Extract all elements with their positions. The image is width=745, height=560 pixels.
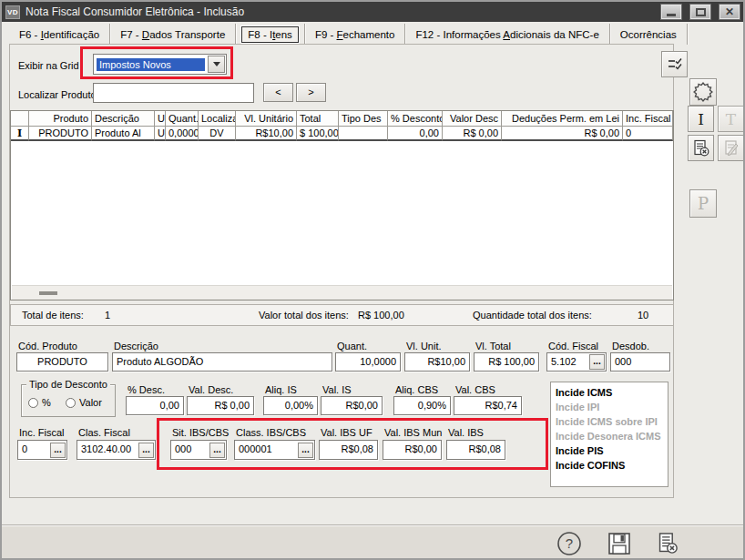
val-ibs-uf-field[interactable]: R$0,08 [319, 440, 378, 460]
val-ibs-field[interactable]: R$0,08 [446, 440, 505, 460]
tab-f12-informa-es-adicionais-da-nfc-e[interactable]: F12 - Informações Adicionais da NFC-e [405, 24, 609, 45]
localizar-produto-input[interactable] [93, 83, 254, 103]
grid-cell-4[interactable]: 0,0000 [166, 127, 199, 141]
quant-field[interactable]: 10,0000 [335, 352, 401, 372]
grid-col-Produto[interactable]: Produto [29, 111, 92, 127]
cancel-document-button[interactable] [654, 530, 681, 557]
clas-fiscal-lookup-button[interactable]: ... [138, 443, 154, 458]
grid-col-Valor Desc[interactable]: Valor Desc [443, 111, 502, 127]
grid-cell-11[interactable]: R$ 0,00 [502, 127, 623, 141]
grid-col-Inc. Fiscal[interactable]: Inc. Fiscal [623, 111, 673, 127]
perc-desc-field[interactable]: 0,00 [126, 396, 184, 415]
val-desc-field[interactable]: R$ 0,00 [187, 396, 254, 415]
grid-options-button[interactable] [661, 51, 688, 77]
promotion-button[interactable] [689, 78, 717, 106]
total-itens-label: Total de itens: [22, 310, 84, 321]
tab-ocorr-ncias[interactable]: Ocorrências [610, 24, 688, 45]
desconto-percent-radio[interactable]: % [28, 397, 51, 408]
tab-bar: F6 - IdentificaçãoF7 - Dados TransporteF… [9, 24, 736, 45]
grid-col-Tipo Des[interactable]: Tipo Des [339, 111, 388, 127]
grid-cell-1[interactable]: PRODUTO [29, 127, 92, 141]
title-bar[interactable]: VD Nota Fiscal Consumidor Eletrônica - I… [2, 2, 743, 22]
valor-total-label: Valor total dos itens: [259, 310, 349, 321]
tab-f9-fechamento[interactable]: F9 - Fechamento [305, 24, 406, 45]
grid-col-Quant.[interactable]: Quant. [166, 111, 199, 127]
incidencias-listbox[interactable]: Incide ICMSIncide IPIIncide ICMS sobre I… [550, 382, 668, 487]
grid-col-% Desconto[interactable]: % Desconto [388, 111, 443, 127]
desconto-valor-radio[interactable]: Valor [66, 397, 102, 408]
sit-ibs-cbs-field[interactable]: 000 ... [170, 440, 227, 460]
val-is-field[interactable]: R$0,00 [321, 396, 383, 415]
close-button[interactable]: ✕ [719, 5, 740, 19]
tab-f7-dados-transporte[interactable]: F7 - Dados Transporte [110, 24, 236, 45]
incidencia-incide-desonera-icms: Incide Desonera ICMS [551, 429, 668, 443]
items-grid[interactable]: ProdutoDescriçãoUQuant.LocalizaçãoVl. Un… [10, 110, 674, 300]
grid-cell-10[interactable]: R$ 0,00 [443, 127, 502, 141]
document-cancel-icon [656, 532, 679, 555]
grid-data-row[interactable]: IPRODUTOProduto AlU0,0000DVR$10,00$ 100,… [11, 127, 673, 141]
grid-col-Total[interactable]: Total [297, 111, 339, 127]
cod-produto-field[interactable]: PRODUTO [16, 352, 108, 372]
grid-col-Deduções Perm. em Lei[interactable]: Deduções Perm. em Lei [502, 111, 623, 127]
inc-fiscal-field[interactable]: 0 ... [17, 440, 67, 460]
aliq-is-field[interactable]: 0,00% [263, 396, 318, 415]
grid-col-U[interactable]: U [155, 111, 166, 127]
chevron-down-icon [213, 62, 220, 66]
grid-cell-5[interactable]: DV [199, 127, 236, 141]
cancel-item-button[interactable] [688, 135, 714, 161]
cod-fiscal-field[interactable]: 5.102 ... [546, 352, 607, 372]
grid-col-Vl. Unitário[interactable]: Vl. Unitário [236, 111, 297, 127]
incidencia-incide-icms-sobre-ipi: Incide ICMS sobre IPI [551, 414, 668, 429]
totals-bar: Total de itens: 1 Valor total dos itens:… [10, 304, 674, 326]
grid-cell-7[interactable]: $ 100,00 [297, 127, 339, 141]
bottom-bar: ? [2, 524, 743, 558]
clas-fiscal-field[interactable]: 3102.40.00 ... [77, 440, 156, 460]
aliq-is-label: Aliq. IS [265, 384, 297, 395]
grid-cell-8[interactable] [339, 127, 388, 141]
radio-icon [66, 398, 76, 408]
tab-f8-itens[interactable]: F8 - Itens [236, 24, 305, 45]
exibir-na-grid-select[interactable]: Impostos Novos [93, 54, 227, 75]
radio-icon [28, 398, 38, 408]
desdob-label: Desdob. [612, 341, 649, 351]
previous-item-button[interactable]: < [263, 83, 293, 102]
sit-ibs-cbs-lookup-button[interactable]: ... [209, 443, 225, 458]
cod-fiscal-lookup-button[interactable]: ... [589, 354, 605, 370]
grid-col-Localização[interactable]: Localização [199, 111, 236, 127]
class-ibs-cbs-field[interactable]: 000001 ... [234, 440, 315, 460]
val-cbs-label: Val. CBS [455, 384, 495, 395]
grid-col-row-selector[interactable] [11, 111, 29, 127]
descricao-field[interactable]: Produto ALGODÃO [112, 352, 332, 372]
maximize-button[interactable] [690, 5, 710, 19]
help-button[interactable]: ? [556, 530, 583, 557]
grid-cell-6[interactable]: R$10,00 [236, 127, 297, 141]
next-item-button[interactable]: > [296, 83, 326, 102]
insert-item-button[interactable]: I [688, 106, 714, 132]
sit-ibs-cbs-label: Sit. IBS/CBS [172, 427, 229, 438]
tab-label: Ocorrências [620, 29, 677, 40]
grid-horizontal-scrollbar[interactable] [12, 285, 672, 300]
grid-cell-0[interactable]: I [11, 127, 29, 141]
inc-fiscal-lookup-button[interactable]: ... [50, 443, 66, 458]
val-ibs-mun-field[interactable]: R$0,00 [383, 440, 442, 460]
grid-cell-9[interactable]: 0,00 [388, 127, 443, 141]
dropdown-button[interactable] [208, 56, 225, 73]
grid-cell-3[interactable]: U [155, 127, 166, 141]
minimize-button[interactable] [661, 5, 681, 19]
vl-unit-field[interactable]: R$10,00 [404, 352, 470, 372]
incidencia-incide-icms: Incide ICMS [551, 385, 668, 400]
save-button[interactable] [606, 530, 633, 557]
scrollbar-thumb[interactable] [39, 291, 57, 295]
vl-total-field[interactable]: R$ 100,00 [474, 352, 539, 372]
grid-cell-2[interactable]: Produto Al [92, 127, 155, 141]
nfce-window: VD Nota Fiscal Consumidor Eletrônica - I… [0, 0, 745, 560]
desdob-field[interactable]: 000 [610, 352, 670, 372]
grid-col-Descrição[interactable]: Descrição [92, 111, 155, 127]
seal-star-icon [693, 82, 713, 102]
aliq-cbs-label: Aliq. CBS [395, 384, 438, 395]
tab-f6-identifica-o[interactable]: F6 - Identificação [9, 24, 110, 45]
grid-cell-12[interactable]: 0 [623, 127, 673, 141]
aliq-cbs-field[interactable]: 0,90% [393, 396, 451, 415]
val-cbs-field[interactable]: R$0,74 [454, 396, 522, 415]
class-ibs-cbs-lookup-button[interactable]: ... [298, 443, 313, 458]
